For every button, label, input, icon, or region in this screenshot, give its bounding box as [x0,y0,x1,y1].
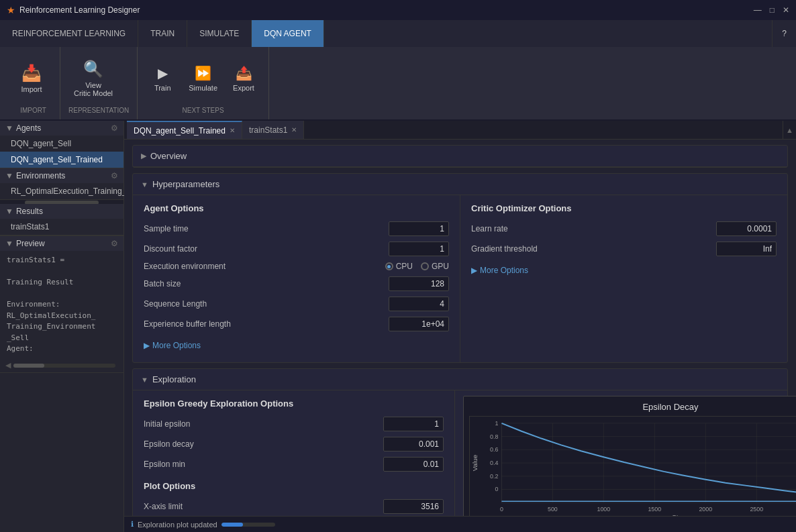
exp-buffer-row: Experience buffer length [144,317,449,331]
learn-rate-label: Learn rate [471,224,716,233]
results-chevron: ▼ [5,207,13,216]
title-bar: ★ Reinforcement Learning Designer — □ ✕ [0,0,796,20]
batch-size-input[interactable] [389,276,449,291]
simulate-button[interactable]: ⏩ Simulate [183,61,223,96]
execution-env-row: Execution environment CPU GPU [144,262,449,271]
epsilon-min-label: Epsilon min [144,460,383,469]
tab-dqn-agent[interactable]: DQN AGENT [252,20,324,47]
sequence-length-input[interactable] [389,297,449,311]
ribbon-import-buttons: 📥 Import [15,52,52,104]
critic-more-options[interactable]: ▶ More Options [471,262,777,279]
environments-settings-icon[interactable]: ⚙ [111,171,118,180]
import-button[interactable]: 📥 Import [15,60,48,97]
app-icon: ★ [7,5,15,15]
tab-train-stats[interactable]: trainStats1 ✕ [242,121,304,139]
radio-cpu[interactable]: CPU [385,262,413,271]
critic-options-panel: Critic Optimizer Options Learn rate Grad… [460,195,787,362]
content-area: DQN_agent_Sell_Trained ✕ trainStats1 ✕ ▲… [124,121,796,532]
ribbon-next-steps-buttons: ▶ Train ⏩ Simulate 📤 Export [146,52,260,104]
svg-text:2000: 2000 [699,506,712,513]
train-label: Train [154,84,171,92]
svg-text:0.8: 0.8 [490,433,498,440]
ribbon-representation-label: REPRESENTATION [68,104,129,114]
gradient-threshold-input[interactable] [716,242,777,256]
plot-options-title: Plot Options [144,481,444,491]
status-message: Exploration plot updated [138,521,217,529]
tab-scroll-icon[interactable]: ▲ [786,126,793,134]
train-button[interactable]: ▶ Train [146,61,179,96]
export-button[interactable]: 📤 Export [227,61,260,96]
agents-chevron: ▼ [5,123,13,133]
agents-header[interactable]: ▼ Agents ⚙ [0,121,123,136]
view-critic-button[interactable]: 🔍 ViewCritic Model [68,56,118,101]
agents-title: Agents [16,123,41,133]
ribbon: 📥 Import IMPORT 🔍 ViewCritic Model REPRE… [0,47,796,121]
env-item-1[interactable]: RL_OptimalExecution_Training_ [0,183,123,199]
tab-train[interactable]: TRAIN [138,20,187,47]
epsilon-min-input[interactable] [383,457,444,472]
radio-gpu-dot [421,262,429,270]
tab-simulate[interactable]: SIMULATE [187,20,252,47]
initial-epsilon-row: Initial epsilon [144,417,444,431]
overview-header[interactable]: ▶ Overview [133,146,787,167]
x-axis-limit-input[interactable] [383,499,444,514]
radio-gpu-label: GPU [432,262,449,271]
chart-svg: 1 0.8 0.6 0.4 0.2 0 0 500 1000 1500 [469,416,796,516]
discount-factor-label: Discount factor [144,244,389,254]
sample-time-label: Sample time [144,224,389,233]
agent-item-2[interactable]: DQN_agent_Sell_Trained [0,152,123,168]
tab-label-2: trainStats1 [249,125,287,135]
critic-more-chevron: ▶ [471,266,477,275]
plot-options-section: Plot Options X-axis limit [144,481,444,514]
radio-cpu-dot [385,262,393,270]
maximize-btn[interactable]: □ [770,5,775,15]
epsilon-decay-label: Epsilon decay [144,439,383,449]
agent-more-options[interactable]: ▶ More Options [144,337,449,354]
tab-dqn-agent-sell-trained[interactable]: DQN_agent_Sell_Trained ✕ [127,121,242,139]
initial-epsilon-label: Initial epsilon [144,419,383,429]
exploration-content: Epsilon Greedy Exploration Options Initi… [133,390,787,516]
exploration-header[interactable]: ▼ Exploration [133,369,787,390]
environments-header[interactable]: ▼ Environments ⚙ [0,168,123,183]
main-layout: ▼ Agents ⚙ DQN_agent_Sell DQN_agent_Sell… [0,121,796,532]
tab-label-1: DQN_agent_Sell_Trained [134,126,226,136]
minimize-btn[interactable]: — [754,5,762,15]
preview-settings-icon[interactable]: ⚙ [111,239,118,248]
help-button[interactable]: ? [772,20,796,47]
view-critic-label: ViewCritic Model [74,81,113,97]
tab-reinforcement-learning[interactable]: REINFORCEMENT LEARNING [0,20,138,47]
initial-epsilon-input[interactable] [383,417,444,431]
hyperparameters-header[interactable]: ▼ Hyperparameters [133,174,787,195]
agent-item-1[interactable]: DQN_agent_Sell [0,136,123,152]
results-item-1[interactable]: trainStats1 [0,219,123,235]
view-critic-icon: 🔍 [83,60,103,78]
batch-size-label: Batch size [144,279,389,288]
hyperparameters-chevron: ▼ [141,180,148,189]
scroll-content[interactable]: ▶ Overview ▼ Hyperparameters Agent Optio… [124,140,796,516]
results-section: ▼ Results trainStats1 [0,204,123,235]
svg-text:Steps: Steps [672,513,689,516]
preview-scroll-left[interactable]: ◀ [5,361,11,370]
svg-text:2500: 2500 [750,506,763,513]
learn-rate-input[interactable] [716,221,777,236]
svg-text:1500: 1500 [648,506,661,513]
radio-gpu[interactable]: GPU [421,262,449,271]
agents-settings-icon[interactable]: ⚙ [111,123,118,133]
close-btn[interactable]: ✕ [783,5,789,15]
agent-more-chevron: ▶ [144,341,150,350]
epsilon-decay-input[interactable] [383,437,444,451]
simulate-icon: ⏩ [195,65,211,81]
tab-close-1[interactable]: ✕ [230,127,235,134]
epsilon-options-title: Epsilon Greedy Exploration Options [144,398,444,409]
svg-text:0.6: 0.6 [490,446,498,453]
x-axis-limit-label: X-axis limit [144,502,383,511]
chart-title: Epsilon Decay [469,402,796,412]
discount-factor-input[interactable] [389,242,449,256]
preview-header[interactable]: ▼ Preview ⚙ [0,236,123,251]
overview-section: ▶ Overview [132,145,788,168]
sample-time-input[interactable] [389,221,449,236]
results-header[interactable]: ▼ Results [0,204,123,219]
tab-close-2[interactable]: ✕ [291,126,297,134]
svg-text:1000: 1000 [597,506,610,513]
exp-buffer-input[interactable] [389,317,449,331]
